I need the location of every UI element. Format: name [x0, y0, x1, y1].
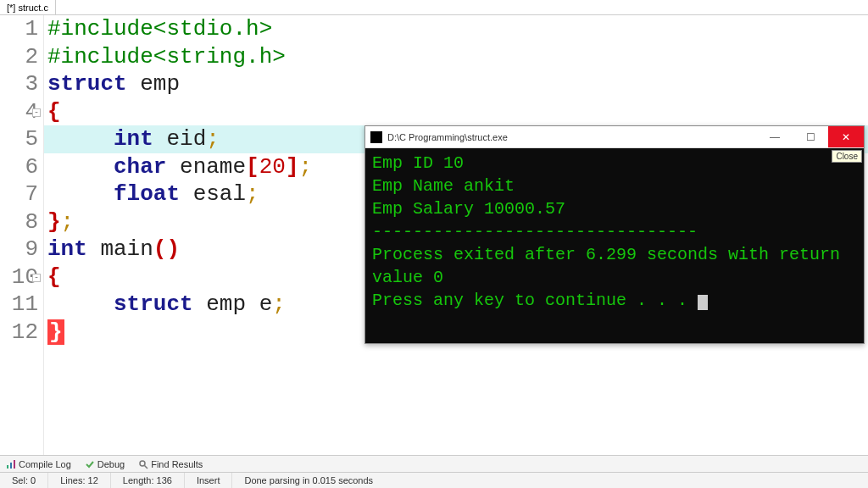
line-gutter: 1234-5678910-1112: [0, 15, 44, 455]
chart-icon: [6, 459, 16, 469]
svg-rect-0: [7, 465, 8, 469]
find-results-label: Find Results: [151, 459, 203, 469]
fold-toggle[interactable]: -: [32, 274, 41, 282]
debug-label: Debug: [97, 459, 125, 469]
svg-line-4: [145, 465, 148, 469]
close-button[interactable]: ✕: [828, 126, 864, 147]
svg-rect-1: [10, 463, 12, 469]
close-tooltip: Close: [832, 150, 862, 163]
status-sel: Sel: 0: [0, 473, 48, 488]
console-output: Emp ID 10Emp Name ankitEmp Salary 10000.…: [365, 148, 864, 343]
window-buttons: — ☐ ✕: [757, 126, 864, 147]
debug-tab[interactable]: Debug: [82, 458, 127, 470]
console-titlebar[interactable]: D:\C Programming\struct.exe — ☐ ✕: [365, 126, 864, 148]
code-line[interactable]: struct emp: [44, 70, 868, 98]
maximize-button[interactable]: ☐: [793, 126, 828, 147]
find-results-tab[interactable]: Find Results: [136, 458, 205, 470]
code-line[interactable]: #include<stdio.h>: [44, 15, 868, 43]
check-icon: [85, 459, 95, 469]
compile-log-tab[interactable]: Compile Log: [3, 458, 74, 470]
status-mode: Insert: [185, 473, 233, 488]
bottom-tab-bar: Compile Log Debug Find Results: [0, 455, 868, 472]
console-window[interactable]: D:\C Programming\struct.exe — ☐ ✕ Close …: [364, 125, 865, 344]
svg-rect-2: [14, 460, 15, 469]
file-tab[interactable]: [*] struct.c: [0, 0, 56, 14]
fold-toggle[interactable]: -: [32, 108, 41, 117]
status-length: Length: 136: [111, 473, 185, 488]
tab-bar: [*] struct.c: [0, 0, 868, 15]
compile-log-label: Compile Log: [19, 459, 71, 469]
svg-point-3: [140, 461, 145, 466]
status-bar: Sel: 0 Lines: 12 Length: 136 Insert Done…: [0, 472, 868, 488]
search-icon: [138, 459, 148, 469]
status-lines: Lines: 12: [48, 473, 111, 488]
console-title: D:\C Programming\struct.exe: [387, 132, 757, 142]
minimize-button[interactable]: —: [757, 126, 793, 147]
code-line[interactable]: #include<string.h>: [44, 43, 868, 71]
status-parse: Done parsing in 0.015 seconds: [232, 473, 868, 488]
console-icon: [370, 131, 382, 143]
code-line[interactable]: {: [44, 98, 868, 126]
